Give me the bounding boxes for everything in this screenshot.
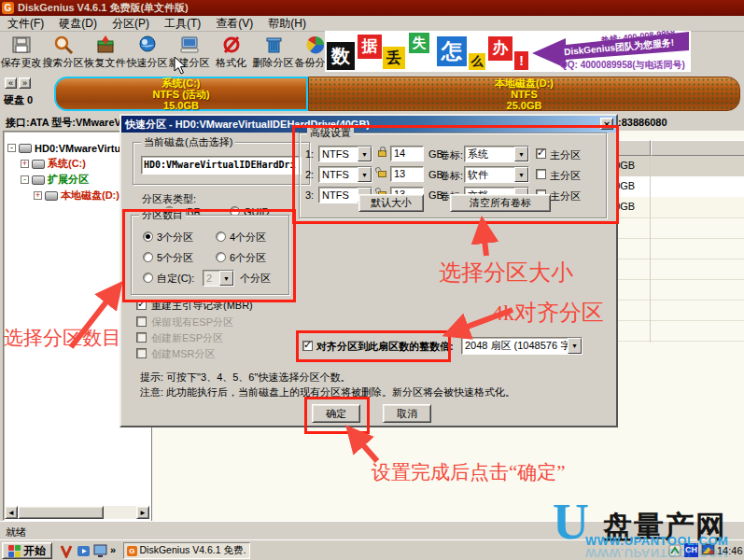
banner-tile: 丢 — [383, 47, 405, 69]
partition-d[interactable]: 本地磁盘(D:) NTFS 25.0GB — [308, 77, 740, 111]
delete-partition-button[interactable]: 删除分区 — [252, 32, 294, 73]
partition-c[interactable]: 系统(C:) NTFS (活动) 15.0GB — [54, 77, 308, 111]
tree-hscrollbar[interactable]: ◄ ► — [5, 506, 149, 519]
banner-tile: ! — [514, 51, 528, 70]
magnifier-icon — [53, 35, 74, 55]
banner-tile: 办 — [488, 36, 512, 61]
quick-partition-button[interactable]: 快速分区 — [126, 32, 168, 73]
partition-d-name: 本地磁盘(D:) — [309, 77, 739, 89]
annotation-count: 选择分区数目 — [4, 325, 121, 351]
disk-info-left: 接口:ATA 型号:VMwareVirt — [6, 116, 132, 130]
partition-c-size: 15.0GB — [56, 100, 306, 111]
banner-tile: 怎 — [437, 36, 467, 66]
checkbox-msr[interactable] — [136, 348, 147, 358]
checkbox-new-esp[interactable] — [136, 332, 147, 343]
annotation-size: 选择分区大小 — [439, 258, 573, 287]
menu-view[interactable]: 查看(V) — [208, 16, 260, 32]
banner-tile: 失 — [409, 33, 429, 53]
floppy-icon — [11, 35, 32, 55]
highlight-advanced-settings — [292, 125, 619, 224]
partition-c-name: 系统(C:) — [56, 77, 306, 89]
clock[interactable]: 14:46 — [717, 545, 743, 556]
current-disk-display[interactable]: HD0:VMwareVirtualIDEHardDri — [141, 156, 302, 175]
search-partition-button[interactable]: 搜索分区 — [42, 32, 84, 73]
cancel-button[interactable]: 取消 — [383, 404, 431, 423]
scroll-right-button[interactable]: ► — [136, 506, 149, 519]
window-title: DiskGenius V4.6.1 免费版(单文件版) — [18, 1, 189, 15]
app-statusbar: 就绪 — [0, 521, 744, 540]
pt-type-label: 分区表类型: — [142, 192, 196, 206]
collapse-icon[interactable]: - — [7, 144, 16, 152]
tray-utility-icon[interactable] — [668, 544, 681, 557]
quicklaunch-icon-3[interactable] — [93, 544, 107, 558]
expand-icon[interactable]: + — [21, 160, 29, 168]
partition-icon — [45, 191, 58, 201]
windows-logo-icon — [8, 545, 21, 557]
ad-banner[interactable]: 数 据 丢 失 怎 么 办 ! DiskGenius团队为您服务! 热线: 40… — [325, 31, 691, 72]
align-select[interactable]: 2048 扇区 (1048576 字节) ▼ — [461, 337, 583, 355]
dialog-hint: 提示: 可按下"3、4、5、6"快速选择分区个数。 — [140, 371, 350, 385]
partition-d-fs: NTFS — [309, 89, 739, 100]
tree-item-extended[interactable]: - 扩展分区 — [21, 173, 89, 187]
format-button[interactable]: 格式化 — [210, 32, 252, 73]
tray-language-indicator[interactable]: CH — [684, 543, 698, 557]
current-disk-group: 当前磁盘(点击选择) HD0:VMwareVirtualIDEHardDri — [133, 142, 310, 185]
quicklaunch-icon-2[interactable] — [77, 544, 91, 558]
trash-icon — [263, 35, 284, 55]
pie-icon — [305, 35, 326, 55]
scroll-left-button[interactable]: ◄ — [5, 506, 18, 519]
annotation-ok: 设置完成后点击“确定” — [372, 459, 566, 485]
empty-column-header[interactable] — [651, 140, 744, 156]
quicklaunch-icon-1[interactable] — [60, 544, 74, 558]
column-gridline — [650, 156, 651, 343]
tree-item-system-c[interactable]: + 系统(C:) — [21, 157, 86, 171]
monitor-icon — [179, 35, 200, 55]
recover-files-button[interactable]: 恢复文件 — [84, 32, 126, 73]
current-disk-group-label: 当前磁盘(点击选择) — [141, 135, 235, 149]
format-icon — [221, 35, 242, 55]
partition-icon — [32, 175, 45, 185]
chevron-down-icon[interactable]: ▼ — [568, 338, 582, 354]
app-icon: G — [2, 2, 14, 14]
banner-qq: QQ: 4000089958(与电话同号) — [560, 59, 685, 72]
partition-d-size: 25.0GB — [309, 100, 739, 111]
task-button-diskgenius[interactable]: G DiskGenius V4.6.1 免费... — [123, 542, 250, 559]
menu-tools[interactable]: 工具(T) — [157, 16, 208, 32]
banner-tile: 么 — [469, 53, 485, 70]
highlight-alignment — [296, 330, 451, 362]
checkbox-keep-esp-label: 保留现有ESP分区 — [151, 315, 233, 329]
disk-cylinder: 系统(C:) NTFS (活动) 15.0GB 本地磁盘(D:) NTFS 25… — [54, 77, 740, 111]
diskgenius-window: G DiskGenius V4.6.1 免费版(单文件版) 文件(F) 硬盘(D… — [0, 0, 744, 560]
scroll-thumb[interactable] — [18, 506, 104, 519]
disk-icon — [19, 144, 32, 153]
checkbox-keep-esp[interactable] — [136, 316, 147, 327]
disk-bar-panel: « » 硬盘 0 系统(C:) NTFS (活动) 15.0GB 本地磁盘(D:… — [0, 74, 744, 114]
partition-icon — [32, 160, 45, 169]
prev-disk-button[interactable]: « — [5, 77, 17, 89]
menu-file[interactable]: 文件(F) — [0, 16, 51, 32]
save-changes-button[interactable]: 保存更改 — [0, 32, 42, 73]
menu-help[interactable]: 帮助(H) — [260, 16, 314, 32]
statusbar-ready: 就绪 — [6, 525, 26, 539]
collapse-icon[interactable]: - — [21, 175, 29, 184]
checkbox-new-esp-label: 创建新ESP分区 — [151, 331, 223, 345]
next-disk-button[interactable]: » — [19, 77, 31, 89]
expand-icon[interactable]: + — [34, 191, 42, 200]
tree-item-local-d[interactable]: + 本地磁盘(D:) — [34, 189, 119, 203]
menubar: 文件(F) 硬盘(D) 分区(P) 工具(T) 查看(V) 帮助(H) — [0, 16, 744, 32]
mouse-cursor — [174, 56, 187, 75]
menu-partition[interactable]: 分区(P) — [105, 16, 157, 32]
banner-tile: 据 — [358, 35, 382, 59]
quicklaunch-more-chevron[interactable]: » — [110, 544, 116, 555]
toolbar: 保存更改 搜索分区 恢复文件 快速分区 新建分区 格式化 删除分区 备份分区 — [0, 31, 744, 75]
recover-icon — [95, 35, 116, 55]
tray-display-icon[interactable] — [701, 543, 715, 557]
start-button[interactable]: 开始 — [2, 542, 52, 559]
titlebar: G DiskGenius V4.6.1 免费版(单文件版) — [0, 0, 744, 16]
checkbox-msr-label: 创建MSR分区 — [151, 347, 215, 361]
menu-disk[interactable]: 硬盘(D) — [51, 16, 105, 32]
banner-tile: 数 — [327, 42, 355, 70]
diskgenius-task-icon: G — [127, 546, 137, 556]
annotation-align: 4k对齐分区 — [492, 298, 604, 328]
tree-item-hd0[interactable]: - HD0:VMwareVirtual — [7, 141, 129, 155]
